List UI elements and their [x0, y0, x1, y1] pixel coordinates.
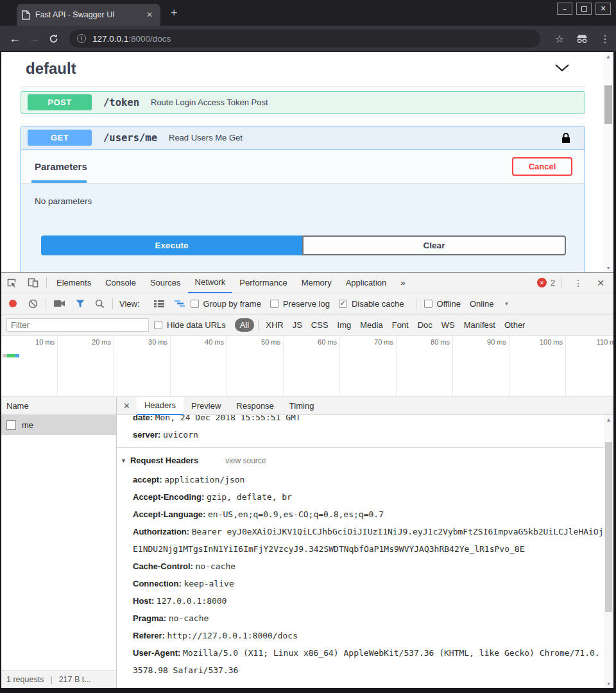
- preserve-log-checkbox[interactable]: [270, 300, 278, 308]
- hide-data-urls-label[interactable]: Hide data URLs: [167, 320, 226, 330]
- headers-content: date: Mon, 24 Dec 2018 15:55:51 GMT serv…: [117, 415, 604, 688]
- filter-type-manifest[interactable]: Manifest: [464, 320, 495, 330]
- tab-console[interactable]: Console: [98, 273, 143, 293]
- clear-button[interactable]: Clear: [302, 235, 566, 255]
- get-endpoint-header[interactable]: GET /users/me Read Users Me Get: [21, 126, 585, 150]
- filter-type-other[interactable]: Other: [504, 320, 526, 330]
- browser-tab[interactable]: Fast API - Swagger UI ✕: [17, 4, 160, 26]
- bookmark-star-icon[interactable]: ☆: [555, 33, 564, 45]
- throttling-dropdown-icon[interactable]: ▼: [504, 301, 509, 307]
- collapse-triangle-icon[interactable]: ▼: [121, 450, 126, 471]
- filter-type-all[interactable]: All: [235, 318, 254, 332]
- execute-button[interactable]: Execute: [41, 235, 302, 255]
- tab-application[interactable]: Application: [339, 273, 394, 293]
- request-headers-section-title[interactable]: Request Headers: [130, 450, 198, 471]
- tab-sources[interactable]: Sources: [143, 273, 188, 293]
- scroll-up-icon[interactable]: ▲: [604, 415, 613, 424]
- scroll-down-icon[interactable]: ▾: [604, 679, 613, 688]
- record-button[interactable]: [9, 300, 17, 307]
- filter-type-ws[interactable]: WS: [441, 320, 455, 330]
- list-view-icon[interactable]: [154, 300, 164, 308]
- clear-log-icon[interactable]: [28, 299, 38, 309]
- tab-response[interactable]: Response: [228, 397, 282, 415]
- request-row-me[interactable]: me: [1, 415, 116, 435]
- devtools-close-icon[interactable]: ✕: [592, 278, 610, 288]
- filter-funnel-icon[interactable]: [76, 300, 85, 308]
- endpoint-post-token[interactable]: POST /token Route Login Access Token Pos…: [21, 91, 585, 114]
- parameters-tab[interactable]: Parameters: [35, 161, 87, 172]
- filter-type-doc[interactable]: Doc: [418, 320, 432, 330]
- transferred-size: 217 B t...: [59, 675, 91, 684]
- reload-button[interactable]: [44, 33, 63, 44]
- filter-type-img[interactable]: Img: [338, 320, 352, 330]
- disable-cache-checkbox[interactable]: [339, 300, 347, 308]
- filter-type-css[interactable]: CSS: [311, 320, 329, 330]
- tab-timing[interactable]: Timing: [282, 397, 322, 415]
- screenshot-camera-icon[interactable]: [54, 300, 65, 307]
- filter-type-media[interactable]: Media: [360, 320, 382, 330]
- cancel-button[interactable]: Cancel: [512, 157, 572, 176]
- view-source-link[interactable]: view source: [225, 450, 266, 471]
- details-scrollbar[interactable]: ▲ ▾: [604, 415, 613, 688]
- tab-elements[interactable]: Elements: [49, 273, 98, 293]
- error-badge-icon[interactable]: ✕: [537, 278, 547, 287]
- tab-headers[interactable]: Headers: [137, 397, 184, 415]
- chevron-down-icon[interactable]: [554, 64, 570, 72]
- endpoint-path: /token: [103, 97, 139, 108]
- tab-performance[interactable]: Performance: [232, 273, 294, 293]
- filter-type-js[interactable]: JS: [293, 320, 302, 330]
- filter-type-xhr[interactable]: XHR: [266, 320, 283, 330]
- status-separator: |: [50, 675, 52, 684]
- scroll-down-icon[interactable]: ▾: [603, 263, 613, 272]
- details-scrollbar-thumb[interactable]: [605, 442, 612, 612]
- network-overview-timeline[interactable]: 10 ms 20 ms 30 ms 40 ms 50 ms 60 ms 70 m…: [1, 336, 613, 397]
- timeline-tick: 20 ms: [58, 336, 114, 397]
- site-info-icon[interactable]: i: [77, 34, 86, 43]
- browser-menu-icon[interactable]: ⋮: [600, 33, 610, 45]
- group-by-frame-label[interactable]: Group by frame: [203, 299, 261, 309]
- window-maximize-button[interactable]: [576, 3, 592, 15]
- throttling-select[interactable]: Online: [470, 299, 494, 309]
- filter-input[interactable]: [6, 318, 149, 332]
- filter-type-font[interactable]: Font: [392, 320, 409, 330]
- request-name: me: [22, 420, 33, 430]
- back-button[interactable]: ←: [5, 32, 24, 46]
- offline-label[interactable]: Offline: [437, 299, 461, 309]
- tab-close-icon[interactable]: ✕: [144, 9, 155, 21]
- inspect-element-icon[interactable]: [6, 278, 17, 288]
- endpoint-summary: Route Login Access Token Post: [151, 98, 585, 107]
- window-close-button[interactable]: ✕: [595, 3, 611, 15]
- parameters-body: No parameters: [21, 184, 585, 206]
- name-column-header[interactable]: Name: [1, 397, 116, 415]
- disable-cache-label[interactable]: Disable cache: [352, 299, 404, 309]
- lock-icon[interactable]: [561, 132, 570, 144]
- tab-preview[interactable]: Preview: [184, 397, 228, 415]
- hide-data-urls-checkbox[interactable]: [154, 321, 162, 329]
- tab-network[interactable]: Network: [188, 273, 233, 293]
- timeline-tick: 10 ms: [1, 336, 58, 397]
- search-icon[interactable]: [95, 299, 105, 309]
- address-bar[interactable]: i 127.0.0.1:8000/docs: [69, 30, 540, 47]
- request-header: Referer: http://127.0.0.1:8000/docs: [133, 627, 604, 644]
- page-scrollbar[interactable]: ▲ ▾: [603, 52, 613, 272]
- divider: [112, 298, 113, 309]
- window-minimize-button[interactable]: −: [557, 3, 572, 15]
- details-close-icon[interactable]: ✕: [117, 401, 137, 411]
- parameters-header: Parameters Cancel: [21, 150, 585, 184]
- group-by-frame-checkbox[interactable]: [191, 300, 199, 308]
- offline-checkbox[interactable]: [424, 300, 432, 308]
- waterfall-view-icon[interactable]: [175, 300, 185, 307]
- page-scrollbar-thumb[interactable]: [604, 85, 612, 124]
- forward-button[interactable]: →: [24, 32, 44, 46]
- network-toolbar: View: Group by frame Preserve log Disabl…: [1, 293, 613, 314]
- scroll-up-icon[interactable]: ▲: [603, 52, 613, 61]
- devtools-menu-icon[interactable]: ⋮: [569, 278, 588, 288]
- network-status-bar: 1 requests | 217 B t...: [1, 671, 116, 688]
- preserve-log-label[interactable]: Preserve log: [283, 299, 330, 309]
- more-tabs-button[interactable]: »: [393, 273, 412, 293]
- new-tab-button[interactable]: +: [171, 6, 178, 20]
- device-toolbar-icon[interactable]: [28, 278, 38, 287]
- tab-memory[interactable]: Memory: [295, 273, 339, 293]
- view-label: View:: [119, 299, 140, 309]
- timeline-tick: 50 ms: [227, 336, 284, 397]
